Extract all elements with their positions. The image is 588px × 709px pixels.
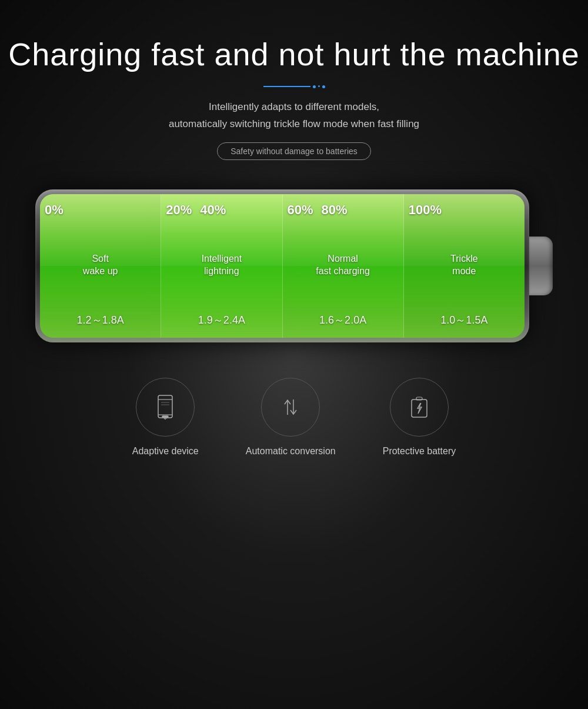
protective-battery-icon-circle [390, 378, 449, 437]
percentage-40: 40% [200, 202, 226, 218]
main-title: Charging fast and not hurt the machine [0, 35, 588, 74]
svg-rect-0 [158, 395, 172, 418]
arrows-updown-icon [276, 392, 305, 422]
pct-row-3: 60% 80% [288, 202, 348, 218]
percentage-0: 0% [45, 202, 64, 218]
pct-row-2: 20% 40% [166, 202, 226, 218]
percentage-100: 100% [409, 202, 442, 218]
phone-icon [151, 392, 180, 422]
svg-rect-3 [162, 416, 168, 417]
adaptive-device-icon-circle [136, 378, 195, 437]
feature-adaptive: Adaptive device [132, 378, 199, 457]
percentage-80: 80% [322, 202, 348, 218]
battery-bolt-icon [405, 392, 434, 422]
percentage-20: 20% [166, 202, 192, 218]
section-name-3: Normalfast charging [316, 253, 370, 278]
safety-badge: Safety without damage to batteries [217, 142, 371, 160]
section-name-2: Intelligentlightning [202, 253, 242, 278]
pct-row-4: 100% [409, 202, 442, 218]
section-name-4: Tricklemode [450, 253, 478, 278]
feature-auto-conversion: Automatic conversion [246, 378, 336, 457]
subtitle: Intelligently adapts to different models… [0, 99, 588, 133]
battery-terminal [529, 237, 553, 295]
divider-decoration [0, 85, 588, 88]
battery-container: 0% Softwake up 1.2～1.8A 20% 40% Intellig… [35, 189, 553, 342]
adaptive-device-label: Adaptive device [132, 446, 199, 457]
auto-conversion-icon-circle [261, 378, 320, 437]
auto-conversion-label: Automatic conversion [246, 446, 336, 457]
header-section: Charging fast and not hurt the machine I… [0, 0, 588, 178]
percentage-60: 60% [288, 202, 313, 218]
battery-outer: 0% Softwake up 1.2～1.8A 20% 40% Intellig… [35, 189, 529, 342]
pct-row-1: 0% [45, 202, 64, 218]
bottom-features-section: Adaptive device Automatic conversion [0, 354, 588, 468]
protective-battery-label: Protective battery [383, 446, 456, 457]
feature-protective: Protective battery [383, 378, 456, 457]
battery-reflection [35, 314, 529, 342]
battery-wrapper: 0% Softwake up 1.2～1.8A 20% 40% Intellig… [0, 178, 588, 354]
section-name-1: Softwake up [83, 253, 118, 278]
